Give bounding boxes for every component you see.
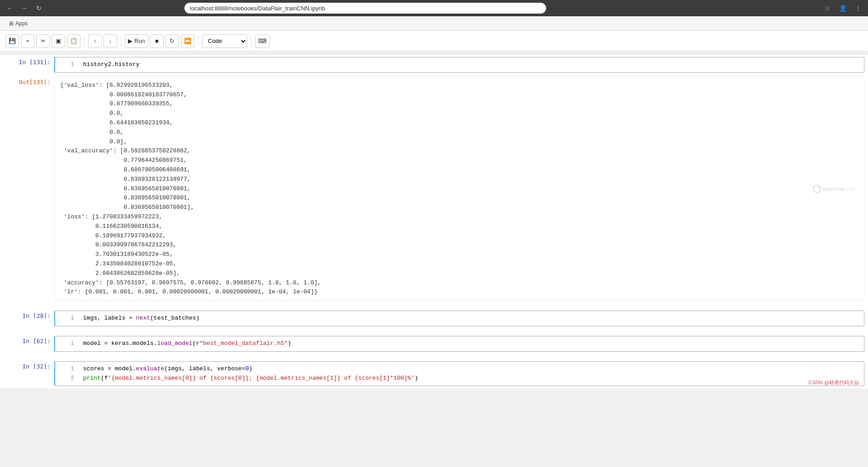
url-text: localhost:8888/notebooks/DataFlair_train… [190, 5, 325, 12]
output-line-22: 'accuracy': [0.55763197, 0.9697575, 0.97… [60, 278, 859, 288]
restart-icon: ↻ [170, 38, 175, 44]
output-line-13: 0.8369565010070801, [60, 193, 859, 203]
cell-32-input-content[interactable]: 1 scores = model.evaluate(imgs, labels, … [54, 361, 864, 387]
line-num-28: 1 [61, 314, 74, 323]
cell-131-output: Out[131]: {'val_loss': [6.92992019653320… [0, 75, 868, 303]
separator-2 [121, 36, 121, 47]
cell-28-input: In [28]: 1 imgs, labels = next(test_batc… [0, 309, 868, 329]
save-icon: 💾 [9, 38, 16, 44]
cell-32-code-line2b: (f'{model.metrics_names[0]} of {scores[0… [101, 375, 418, 382]
output-line-11: 0.8389328122138977, [60, 175, 859, 184]
output-line-17: 0.10969177937934932, [60, 231, 859, 241]
cut-button[interactable]: ✂ [36, 34, 50, 48]
profile-button[interactable]: 👤 [836, 2, 849, 14]
up-icon: ↑ [94, 38, 97, 44]
stop-icon: ■ [155, 38, 159, 44]
move-up-button[interactable]: ↑ [88, 34, 102, 48]
run-label: Run [134, 38, 145, 44]
cell-32-code-line2: print [83, 375, 101, 382]
output-line-15: 'loss': [1.2708333459972223, [60, 212, 859, 222]
paste-icon: 📋 [70, 38, 77, 44]
address-bar[interactable]: localhost:8888/notebooks/DataFlair_train… [184, 3, 546, 14]
down-icon: ↓ [109, 38, 112, 44]
cell-28-code-text: imgs, labels = next(test_batches) [83, 315, 199, 321]
cell-62-code-text: model = keras.models.load_model(r"best_m… [83, 340, 291, 347]
copy-icon: ▣ [56, 38, 61, 44]
separator-3 [198, 36, 198, 47]
copy-button[interactable]: ▣ [52, 34, 65, 48]
move-down-button[interactable]: ↓ [104, 34, 117, 48]
output-line-4: 0.0, [60, 109, 859, 118]
cell-62-code: 1 model = keras.models.load_model(r"best… [55, 336, 864, 351]
menu-button[interactable]: ⋮ [852, 2, 864, 14]
apps-bookmark[interactable]: ⊞ Apps [5, 19, 31, 28]
cell-28-input-label: In [28]: [0, 309, 54, 328]
keyboard-button[interactable]: ⌨ [255, 34, 270, 48]
csdn-watermark: CSDN @精通代码大仙 [809, 379, 859, 386]
cell-type-select[interactable]: Code Markdown Raw [202, 34, 247, 48]
stop-button[interactable]: ■ [150, 34, 164, 48]
save-button[interactable]: 💾 [5, 34, 19, 48]
cell-131-output-content: {'val_loss': [6.929920196533203, 0.00086… [54, 77, 864, 301]
cell-32-input-label: In [32]: [0, 359, 54, 388]
apps-icon: ⊞ [9, 20, 14, 27]
apps-label: Apps [15, 20, 28, 27]
cut-icon: ✂ [41, 38, 46, 44]
cell-62-input-label: In [62]: [0, 334, 54, 354]
notebook-toolbar: 💾 + ✂ ▣ 📋 ↑ ↓ ▶ Run ■ ↻ [0, 31, 868, 52]
notebook-wrapper: In [131]: 1 history2.history Out[131]: {… [0, 55, 868, 388]
dataflair-logo-icon [812, 184, 821, 193]
separator-4 [251, 36, 251, 47]
back-button[interactable]: ← [4, 2, 16, 14]
separator-1 [84, 36, 85, 47]
browser-chrome: ← → ↻ localhost:8888/notebooks/DataFlair… [0, 0, 868, 31]
fast-forward-button[interactable]: ⏩ [181, 34, 194, 48]
cell-131-output-text: {'val_loss': [6.929920196533203, 0.00086… [55, 77, 864, 301]
cell-131-code: 1 history2.history [55, 57, 864, 72]
page-wrapper: ← → ↻ localhost:8888/notebooks/DataFlair… [0, 0, 868, 467]
cell-32-code: 1 scores = model.evaluate(imgs, labels, … [55, 362, 864, 386]
forward-button[interactable]: → [18, 2, 31, 14]
line-num-32-1: 1 [61, 364, 74, 374]
browser-actions: ☆ 👤 ⋮ [821, 2, 864, 14]
reload-button[interactable]: ↻ [33, 2, 45, 14]
cell-131-output-label: Out[131]: [0, 75, 54, 303]
run-button[interactable]: ▶ Run [125, 34, 148, 48]
output-line-19: 3.703013189430522e-05, [60, 250, 859, 259]
output-line-21: 2.00438626828596​28e-05], [60, 269, 859, 278]
cell-131-input: In [131]: 1 history2.history [0, 55, 868, 75]
output-line-23: 'lr': [0.001, 0.001, 0.001, 0.0002000000… [60, 288, 859, 297]
output-line-16: 0.116623059081613​4, [60, 222, 859, 231]
add-cell-button[interactable]: + [21, 34, 34, 48]
line-num-62: 1 [61, 339, 74, 349]
cell-62-input: In [62]: 1 model = keras.models.load_mod… [0, 334, 868, 354]
output-line-10: 0.6007905006408691, [60, 165, 859, 175]
cell-62-input-content[interactable]: 1 model = keras.models.load_model(r"best… [54, 336, 864, 352]
output-line-18: 0.00339997867842212293, [60, 241, 859, 250]
output-line-20: 2.34350840286107​52e-05, [60, 259, 859, 269]
paste-button[interactable]: 📋 [67, 34, 80, 48]
star-button[interactable]: ☆ [821, 2, 834, 14]
browser-topbar: ← → ↻ localhost:8888/notebooks/DataFlair… [0, 0, 868, 16]
browser-nav: ← → ↻ [4, 2, 45, 14]
dataflair-text: Data Flair [823, 186, 845, 192]
output-line-6: 0.0, [60, 128, 859, 137]
restart-button[interactable]: ↻ [165, 34, 179, 48]
line-num-131: 1 [61, 60, 74, 70]
cell-28-code: 1 imgs, labels = next(test_batches) [55, 311, 864, 326]
output-line-5: 6.644103050231934, [60, 118, 859, 128]
dataflair-sub: Flair [847, 187, 855, 191]
output-line-8: 'val_accuracy': [0.5928853750228882, [60, 146, 859, 156]
output-line-12: 0.8369565010070801, [60, 184, 859, 194]
output-line-3: 9.877909660339355, [60, 99, 859, 109]
line-num-32-2: 2 [61, 374, 74, 383]
dataflair-watermark: Data Flair Flair [812, 184, 854, 193]
output-line-1: {'val_loss': [6.929920196533203, [60, 81, 859, 90]
bookmarks-bar: ⊞ Apps [0, 16, 868, 31]
cell-131-input-content[interactable]: 1 history2.history [54, 57, 864, 73]
cell-28-input-content[interactable]: 1 imgs, labels = next(test_batches) [54, 311, 864, 326]
output-line-14: 0.8369565010070801], [60, 203, 859, 212]
cell-131-input-label: In [131]: [0, 55, 54, 75]
fast-forward-icon: ⏩ [184, 38, 191, 44]
step-forward-icon: ▶ [128, 38, 132, 44]
